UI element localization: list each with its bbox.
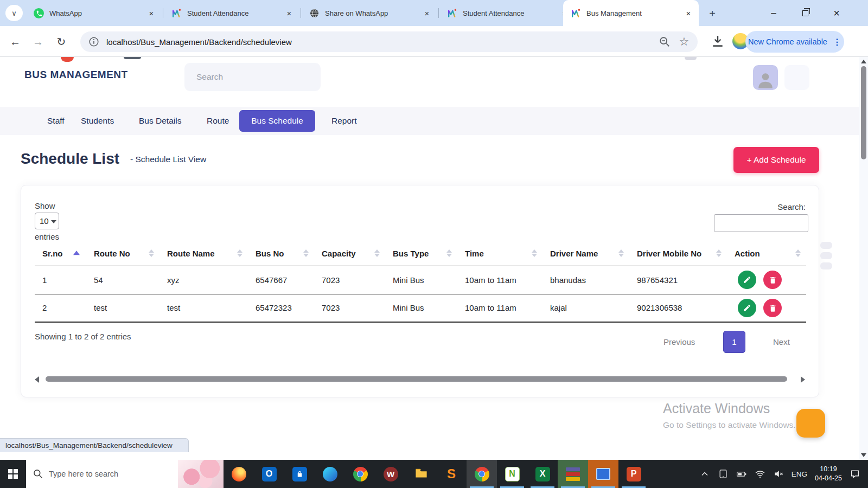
edit-button[interactable]: [738, 299, 756, 317]
time-text: 10:19: [820, 465, 837, 473]
col-bus-type[interactable]: Bus Type: [385, 241, 457, 266]
taskbar-clock[interactable]: 10:19 04-04-25: [815, 465, 842, 484]
tab-student-attendance-2[interactable]: Student Attendance ×: [439, 0, 575, 26]
add-schedule-button[interactable]: + Add Schedule: [733, 147, 819, 173]
close-icon[interactable]: ×: [684, 8, 693, 18]
delete-button[interactable]: [763, 299, 782, 317]
edge-widget-pills[interactable]: [820, 242, 832, 269]
menu-dots-icon[interactable]: ⋮: [833, 37, 841, 47]
window-minimize-button[interactable]: –: [761, 0, 786, 26]
tab-bus-management-active[interactable]: Bus Management ×: [563, 0, 699, 26]
taskbar-outlook[interactable]: O: [254, 460, 284, 488]
col-time[interactable]: Time: [457, 241, 542, 266]
zoom-out-icon[interactable]: [659, 36, 671, 48]
window-restore-button[interactable]: [793, 0, 818, 26]
scroll-down-arrow-icon[interactable]: [861, 453, 866, 457]
col-srno[interactable]: Sr.no: [35, 241, 86, 266]
taskbar-search[interactable]: Type here to search: [26, 460, 224, 488]
close-icon[interactable]: ×: [422, 8, 432, 18]
col-route-name[interactable]: Route Name: [159, 241, 248, 266]
taskbar-winrar[interactable]: [558, 460, 588, 488]
user-avatar[interactable]: [753, 65, 778, 90]
tab-student-attendance-1[interactable]: Student Attendance ×: [164, 0, 299, 26]
taskbar-orange-app[interactable]: [588, 460, 618, 488]
taskbar-sublime[interactable]: S: [436, 460, 467, 488]
tab-share-whatsapp[interactable]: Share on WhatsApp ×: [302, 0, 437, 26]
col-route-no[interactable]: Route No: [86, 241, 159, 266]
page-size-select[interactable]: 10: [35, 213, 59, 229]
nav-bus-schedule-active[interactable]: Bus Schedule: [239, 110, 315, 132]
taskbar-chrome-active[interactable]: [467, 460, 497, 488]
pagination-next[interactable]: Next: [773, 337, 790, 346]
nav-staff[interactable]: Staff: [47, 107, 65, 135]
header-search-input[interactable]: [184, 63, 321, 91]
search-highlight-image[interactable]: [178, 460, 224, 488]
back-button[interactable]: ←: [7, 33, 24, 50]
forward-button[interactable]: →: [29, 33, 47, 50]
col-driver-mobile[interactable]: Driver Mobile No: [629, 241, 727, 266]
nav-report[interactable]: Report: [331, 107, 357, 135]
language-indicator[interactable]: ENG: [792, 470, 807, 478]
taskbar-powerpoint[interactable]: P: [618, 460, 649, 488]
edit-button[interactable]: [738, 271, 756, 289]
pagination-page-1[interactable]: 1: [723, 331, 745, 353]
table-search-input[interactable]: [714, 214, 808, 232]
pencil-icon: [743, 304, 751, 312]
chrome-update-button[interactable]: New Chrome available ⋮: [745, 31, 844, 53]
action-center-icon[interactable]: [850, 468, 860, 479]
bookmark-star-icon[interactable]: ☆: [678, 36, 690, 48]
main-nav: Staff Students Bus Details Route Bus Sch…: [0, 107, 859, 135]
wifi-icon[interactable]: [755, 468, 765, 479]
battery-icon[interactable]: [736, 468, 747, 479]
new-tab-button[interactable]: +: [705, 7, 719, 21]
horizontal-scroll-thumb[interactable]: [46, 376, 787, 382]
close-icon[interactable]: ×: [146, 8, 156, 18]
hidden-icons-chevron-icon[interactable]: [699, 468, 710, 479]
address-bar[interactable]: localhost/Bus_Management/Backend/schedul…: [80, 31, 698, 52]
table-header-row: Sr.no Route No Route Name Bus No Capacit…: [35, 241, 806, 266]
taskbar-chrome-pinned[interactable]: [345, 460, 375, 488]
nav-bus-details[interactable]: Bus Details: [139, 107, 181, 135]
tab-whatsapp[interactable]: WhatsApp ×: [26, 0, 162, 26]
taskbar-excel[interactable]: X: [527, 460, 558, 488]
winrar-icon: [566, 467, 580, 481]
nav-students[interactable]: Students: [81, 107, 114, 135]
info-icon[interactable]: [88, 36, 100, 48]
tablet-mode-icon[interactable]: [718, 468, 729, 479]
volume-muted-icon[interactable]: [773, 468, 784, 479]
col-capacity[interactable]: Capacity: [314, 241, 385, 266]
taskbar-store[interactable]: [284, 460, 315, 488]
tab-search-button[interactable]: ∨: [5, 5, 23, 21]
taskbar-file-explorer[interactable]: [406, 460, 436, 488]
delete-button[interactable]: [763, 271, 782, 289]
col-action[interactable]: Action: [727, 241, 806, 266]
scroll-up-arrow-icon[interactable]: [861, 60, 866, 63]
scroll-right-arrow-icon[interactable]: [801, 376, 805, 383]
taskbar-firefox[interactable]: [224, 460, 254, 488]
clipped-element-fragment: [124, 57, 141, 59]
outlook-icon: O: [262, 467, 277, 481]
sort-asc-icon: [73, 251, 80, 255]
horizontal-scrollbar[interactable]: [35, 374, 805, 384]
reload-button[interactable]: ↻: [53, 33, 70, 50]
taskbar-notepadpp[interactable]: N: [497, 460, 527, 488]
start-button[interactable]: [0, 460, 26, 488]
pagination-previous[interactable]: Previous: [663, 337, 695, 346]
taskbar-edge[interactable]: [315, 460, 345, 488]
scroll-left-arrow-icon[interactable]: [35, 376, 39, 383]
url-text[interactable]: localhost/Bus_Management/Backend/schedul…: [106, 37, 651, 47]
chat-widget-button[interactable]: [796, 409, 825, 438]
header-action-tile[interactable]: [784, 65, 809, 90]
close-icon[interactable]: ×: [284, 8, 294, 18]
col-bus-no[interactable]: Bus No: [248, 241, 314, 266]
nav-route[interactable]: Route: [207, 107, 229, 135]
tab-title: Student Attendance: [187, 9, 284, 17]
taskbar-wampserver[interactable]: W: [375, 460, 406, 488]
window-close-button[interactable]: ×: [824, 0, 849, 26]
vertical-scroll-thumb[interactable]: [861, 66, 866, 159]
download-icon[interactable]: [711, 34, 725, 48]
vertical-scrollbar[interactable]: [859, 57, 868, 460]
schedule-table: Sr.no Route No Route Name Bus No Capacit…: [35, 241, 806, 323]
col-driver-name[interactable]: Driver Name: [542, 241, 629, 266]
entries-label: entries: [35, 232, 59, 241]
